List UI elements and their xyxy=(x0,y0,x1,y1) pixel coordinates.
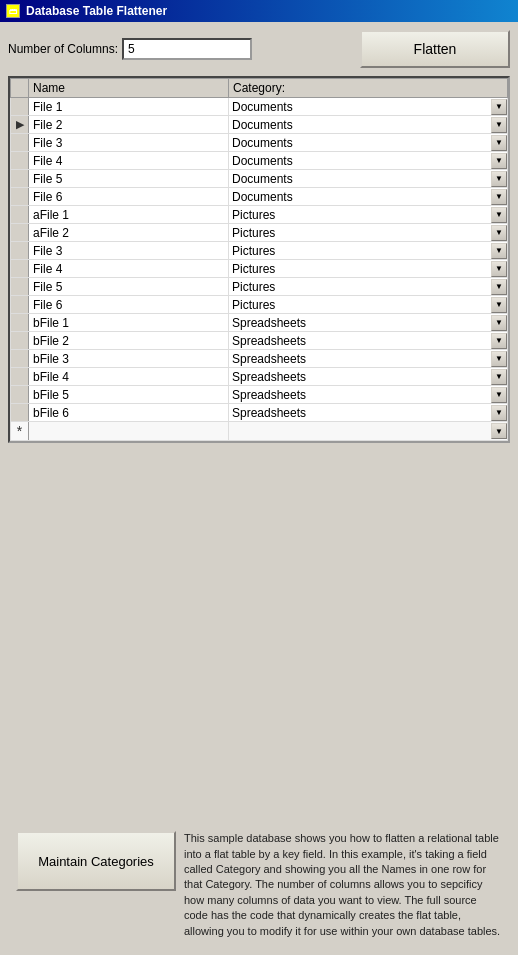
name-cell[interactable]: bFile 5 xyxy=(29,386,229,404)
name-cell[interactable]: File 5 xyxy=(29,170,229,188)
category-cell: Pictures▼ xyxy=(229,224,508,242)
category-value: Documents xyxy=(229,100,491,114)
category-dropdown-arrow[interactable]: ▼ xyxy=(491,189,507,205)
row-indicator xyxy=(11,350,29,368)
category-value: Documents xyxy=(229,190,491,204)
category-cell: Documents▼ xyxy=(229,152,508,170)
window-title: Database Table Flattener xyxy=(26,4,167,18)
table-row: File 6Documents▼ xyxy=(11,188,508,206)
name-cell[interactable]: File 4 xyxy=(29,260,229,278)
category-dropdown-arrow[interactable]: ▼ xyxy=(491,225,507,241)
category-dropdown-arrow[interactable]: ▼ xyxy=(491,99,507,115)
name-cell[interactable]: File 6 xyxy=(29,296,229,314)
category-value: Spreadsheets xyxy=(229,406,491,420)
category-dropdown-arrow[interactable]: ▼ xyxy=(491,171,507,187)
name-cell[interactable]: File 3 xyxy=(29,242,229,260)
name-cell[interactable]: aFile 1 xyxy=(29,206,229,224)
row-indicator xyxy=(11,188,29,206)
table-row: File 6Pictures▼ xyxy=(11,296,508,314)
bottom-section: Maintain Categories This sample database… xyxy=(8,823,510,947)
category-dropdown-arrow[interactable]: ▼ xyxy=(491,315,507,331)
row-indicator xyxy=(11,332,29,350)
row-indicator xyxy=(11,296,29,314)
category-dropdown-arrow[interactable]: ▼ xyxy=(491,351,507,367)
category-dropdown-arrow[interactable]: ▼ xyxy=(491,117,507,133)
category-dropdown-arrow[interactable]: ▼ xyxy=(491,243,507,259)
name-cell[interactable]: bFile 2 xyxy=(29,332,229,350)
table-row: File 5Pictures▼ xyxy=(11,278,508,296)
name-cell[interactable]: File 6 xyxy=(29,188,229,206)
table-row: File 3Documents▼ xyxy=(11,134,508,152)
category-dropdown-arrow[interactable]: ▼ xyxy=(491,153,507,169)
category-cell: Spreadsheets▼ xyxy=(229,404,508,422)
top-controls: Number of Columns: Flatten xyxy=(8,30,510,68)
name-cell[interactable]: bFile 6 xyxy=(29,404,229,422)
category-cell: Pictures▼ xyxy=(229,296,508,314)
row-indicator xyxy=(11,134,29,152)
row-indicator xyxy=(11,170,29,188)
name-cell[interactable]: bFile 4 xyxy=(29,368,229,386)
main-window: 🗃 Database Table Flattener Number of Col… xyxy=(0,0,518,955)
row-indicator xyxy=(11,404,29,422)
new-row-category: ▼ xyxy=(229,422,508,441)
category-dropdown-arrow[interactable]: ▼ xyxy=(491,279,507,295)
category-dropdown-arrow[interactable]: ▼ xyxy=(491,369,507,385)
category-cell: Pictures▼ xyxy=(229,242,508,260)
name-cell[interactable]: bFile 3 xyxy=(29,350,229,368)
maintain-categories-button[interactable]: Maintain Categories xyxy=(16,831,176,891)
table-row: aFile 1Pictures▼ xyxy=(11,206,508,224)
flatten-button[interactable]: Flatten xyxy=(360,30,510,68)
table-row: File 3Pictures▼ xyxy=(11,242,508,260)
row-indicator xyxy=(11,314,29,332)
new-row: *▼ xyxy=(11,422,508,441)
table-row: File 1Documents▼ xyxy=(11,98,508,116)
category-dropdown-arrow[interactable]: ▼ xyxy=(491,387,507,403)
row-indicator xyxy=(11,386,29,404)
data-table: Name Category: File 1Documents▼▶File 2Do… xyxy=(10,78,508,441)
table-row: File 4Pictures▼ xyxy=(11,260,508,278)
new-row-name[interactable] xyxy=(29,422,229,441)
category-dropdown-arrow[interactable]: ▼ xyxy=(491,297,507,313)
category-cell: Documents▼ xyxy=(229,170,508,188)
table-row: aFile 2Pictures▼ xyxy=(11,224,508,242)
category-cell: Spreadsheets▼ xyxy=(229,314,508,332)
category-value: Pictures xyxy=(229,262,491,276)
category-dropdown-arrow[interactable]: ▼ xyxy=(491,405,507,421)
new-row-indicator: * xyxy=(11,422,29,441)
row-indicator xyxy=(11,98,29,116)
category-dropdown-arrow[interactable]: ▼ xyxy=(491,333,507,349)
category-cell: Spreadsheets▼ xyxy=(229,386,508,404)
category-value: Pictures xyxy=(229,208,491,222)
table-row: bFile 4Spreadsheets▼ xyxy=(11,368,508,386)
row-indicator xyxy=(11,152,29,170)
table-row: File 4Documents▼ xyxy=(11,152,508,170)
name-header: Name xyxy=(29,79,229,98)
num-columns-input[interactable] xyxy=(122,38,252,60)
category-value: Pictures xyxy=(229,226,491,240)
name-cell[interactable]: File 4 xyxy=(29,152,229,170)
category-dropdown-arrow[interactable]: ▼ xyxy=(491,135,507,151)
table-row: bFile 5Spreadsheets▼ xyxy=(11,386,508,404)
category-value: Spreadsheets xyxy=(229,316,491,330)
name-cell[interactable]: bFile 1 xyxy=(29,314,229,332)
category-value: Documents xyxy=(229,136,491,150)
table-header-row: Name Category: xyxy=(11,79,508,98)
num-columns-label: Number of Columns: xyxy=(8,42,118,56)
category-header: Category: xyxy=(229,79,508,98)
table-row: File 5Documents▼ xyxy=(11,170,508,188)
new-row-dropdown-arrow[interactable]: ▼ xyxy=(491,423,507,439)
name-cell[interactable]: aFile 2 xyxy=(29,224,229,242)
row-indicator: ▶ xyxy=(11,116,29,134)
row-indicator xyxy=(11,224,29,242)
category-dropdown-arrow[interactable]: ▼ xyxy=(491,261,507,277)
description-text: This sample database shows you how to fl… xyxy=(184,831,502,939)
name-cell[interactable]: File 5 xyxy=(29,278,229,296)
category-value: Spreadsheets xyxy=(229,370,491,384)
name-cell[interactable]: File 2 xyxy=(29,116,229,134)
category-dropdown-arrow[interactable]: ▼ xyxy=(491,207,507,223)
category-cell: Documents▼ xyxy=(229,98,508,116)
name-cell[interactable]: File 1 xyxy=(29,98,229,116)
name-cell[interactable]: File 3 xyxy=(29,134,229,152)
category-cell: Documents▼ xyxy=(229,134,508,152)
num-columns-group: Number of Columns: xyxy=(8,38,252,60)
